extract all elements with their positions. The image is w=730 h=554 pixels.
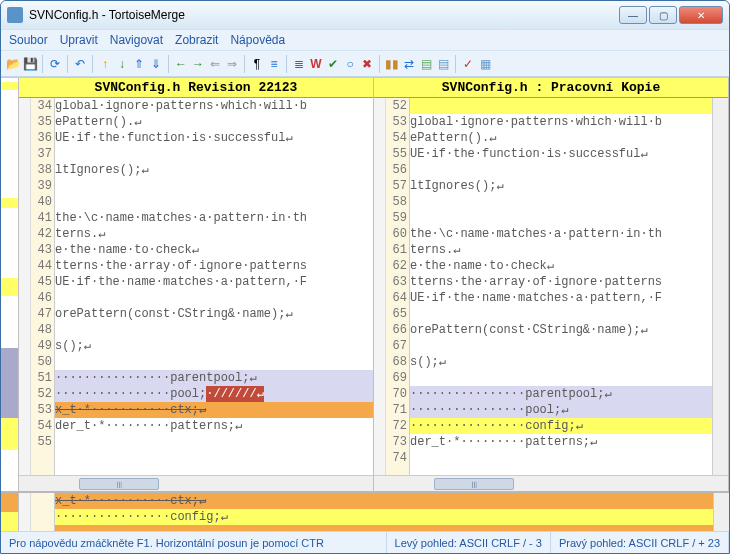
- minimize-button[interactable]: —: [619, 6, 647, 24]
- code-line[interactable]: the·\c·name·matches·a·pattern·in·th: [55, 210, 373, 226]
- code-line[interactable]: x_t·*···········ctx;↵: [55, 402, 373, 418]
- switch-icon[interactable]: ⇄: [401, 56, 417, 72]
- menu-napoveda[interactable]: Nápověda: [230, 33, 285, 47]
- menu-upravit[interactable]: Upravit: [60, 33, 98, 47]
- use-mine-icon[interactable]: ○: [342, 56, 358, 72]
- left-gutter: 3435363738394041424344454647484950515253…: [31, 98, 55, 475]
- window-title: SVNConfig.h - TortoiseMerge: [29, 8, 619, 22]
- content-area: SVNConfig.h Revision 22123 3435363738394…: [1, 77, 729, 491]
- code-line[interactable]: [55, 194, 373, 210]
- menu-soubor[interactable]: Soubor: [9, 33, 48, 47]
- code-line[interactable]: UE·if·the·function·is·successful↵: [410, 146, 712, 162]
- menu-zobrazit[interactable]: Zobrazit: [175, 33, 218, 47]
- left-hscrollbar[interactable]: ⫼: [19, 475, 373, 491]
- two-pane-icon[interactable]: ▮▮: [384, 56, 400, 72]
- code-line[interactable]: [410, 98, 712, 114]
- undo-icon[interactable]: ↶: [72, 56, 88, 72]
- wrap-icon[interactable]: ≣: [291, 56, 307, 72]
- right-hscrollbar[interactable]: ⫼: [374, 475, 728, 491]
- merge-line[interactable]: ················config;↵: [55, 509, 713, 525]
- code-line[interactable]: [410, 210, 712, 226]
- code-line[interactable]: [55, 146, 373, 162]
- bottom-gutter: [31, 493, 55, 531]
- code-line[interactable]: [410, 338, 712, 354]
- left-code[interactable]: global·ignore·patterns·which·will·bePatt…: [55, 98, 373, 475]
- code-line[interactable]: tterns·the·array·of·ignore·patterns: [410, 274, 712, 290]
- code-line[interactable]: [55, 434, 373, 450]
- code-line[interactable]: e·the·name·to·check↵: [55, 242, 373, 258]
- code-line[interactable]: UE·if·the·function·is·successful↵: [55, 130, 373, 146]
- prev-file-icon[interactable]: ⇐: [207, 56, 223, 72]
- code-line[interactable]: [55, 290, 373, 306]
- menu-navigovat[interactable]: Navigovat: [110, 33, 163, 47]
- merge-output-panel: x_t·*···········ctx;↵················con…: [1, 491, 729, 531]
- settings-icon[interactable]: ▦: [477, 56, 493, 72]
- code-line[interactable]: s();↵: [55, 338, 373, 354]
- code-line[interactable]: ················parentpool;↵: [410, 386, 712, 402]
- code-line[interactable]: [55, 354, 373, 370]
- close-button[interactable]: ✕: [679, 6, 723, 24]
- bottom-locator[interactable]: [1, 493, 19, 531]
- code-line[interactable]: ePattern().↵: [55, 114, 373, 130]
- right-pane-header: SVNConfig.h : Pracovní Kopie: [374, 78, 728, 98]
- view1-icon[interactable]: ▤: [418, 56, 434, 72]
- right-vscrollbar[interactable]: [712, 98, 728, 475]
- code-line[interactable]: orePattern(const·CString&·name);↵: [55, 306, 373, 322]
- save-icon[interactable]: 💾: [22, 56, 38, 72]
- left-margin: [19, 98, 31, 475]
- open-icon[interactable]: 📂: [5, 56, 21, 72]
- reload-icon[interactable]: ⟳: [47, 56, 63, 72]
- code-line[interactable]: the·\c·name·matches·a·pattern·in·th: [410, 226, 712, 242]
- code-line[interactable]: UE·if·the·name·matches·a·pattern,·F: [410, 290, 712, 306]
- right-pane: SVNConfig.h : Pracovní Kopie 52535455565…: [374, 78, 729, 491]
- code-line[interactable]: der_t·*·········patterns;↵: [55, 418, 373, 434]
- right-code[interactable]: global·ignore·patterns·which·will·bePatt…: [410, 98, 712, 475]
- prev-diff-icon[interactable]: ↑: [97, 56, 113, 72]
- code-line[interactable]: ················pool;·//////↵: [55, 386, 373, 402]
- whitespace-icon[interactable]: W: [308, 56, 324, 72]
- inline-diff-icon[interactable]: ≡: [266, 56, 282, 72]
- code-line[interactable]: [55, 322, 373, 338]
- code-line[interactable]: global·ignore·patterns·which·will·b: [410, 114, 712, 130]
- check-icon[interactable]: ✓: [460, 56, 476, 72]
- mark-resolved-icon[interactable]: ✖: [359, 56, 375, 72]
- code-line[interactable]: der_t·*·········patterns;↵: [410, 434, 712, 450]
- next-file-icon[interactable]: ⇒: [224, 56, 240, 72]
- merge-line[interactable]: x_t·*···········ctx;↵: [55, 493, 713, 509]
- pilcrow-icon[interactable]: ¶: [249, 56, 265, 72]
- code-line[interactable]: orePattern(const·CString&·name);↵: [410, 322, 712, 338]
- toolbar: 📂 💾 ⟳ ↶ ↑ ↓ ⇑ ⇓ ← → ⇐ ⇒ ¶ ≡ ≣ W ✔ ○ ✖ ▮▮…: [1, 51, 729, 77]
- use-theirs-icon[interactable]: ✔: [325, 56, 341, 72]
- next-diff-icon[interactable]: ↓: [114, 56, 130, 72]
- bottom-code[interactable]: x_t·*···········ctx;↵················con…: [55, 493, 713, 531]
- code-line[interactable]: [410, 306, 712, 322]
- prev-inline-icon[interactable]: ←: [173, 56, 189, 72]
- code-line[interactable]: [55, 178, 373, 194]
- code-line[interactable]: ePattern().↵: [410, 130, 712, 146]
- code-line[interactable]: terns.↵: [410, 242, 712, 258]
- titlebar[interactable]: SVNConfig.h - TortoiseMerge — ▢ ✕: [1, 1, 729, 29]
- next-inline-icon[interactable]: →: [190, 56, 206, 72]
- code-line[interactable]: ················parentpool;↵: [55, 370, 373, 386]
- bottom-vscrollbar[interactable]: [713, 493, 729, 531]
- prev-conflict-icon[interactable]: ⇑: [131, 56, 147, 72]
- view2-icon[interactable]: ▤: [435, 56, 451, 72]
- next-conflict-icon[interactable]: ⇓: [148, 56, 164, 72]
- code-line[interactable]: [410, 450, 712, 466]
- code-line[interactable]: e·the·name·to·check↵: [410, 258, 712, 274]
- code-line[interactable]: ················config;↵: [410, 418, 712, 434]
- code-line[interactable]: ltIgnores();↵: [55, 162, 373, 178]
- code-line[interactable]: tterns·the·array·of·ignore·patterns: [55, 258, 373, 274]
- menubar: Soubor Upravit Navigovat Zobrazit Nápově…: [1, 29, 729, 51]
- code-line[interactable]: [410, 370, 712, 386]
- code-line[interactable]: UE·if·the·name·matches·a·pattern,·F: [55, 274, 373, 290]
- code-line[interactable]: global·ignore·patterns·which·will·b: [55, 98, 373, 114]
- code-line[interactable]: [410, 194, 712, 210]
- maximize-button[interactable]: ▢: [649, 6, 677, 24]
- code-line[interactable]: ltIgnores();↵: [410, 178, 712, 194]
- locator-bar[interactable]: [1, 78, 19, 491]
- code-line[interactable]: [410, 162, 712, 178]
- code-line[interactable]: terns.↵: [55, 226, 373, 242]
- code-line[interactable]: s();↵: [410, 354, 712, 370]
- code-line[interactable]: ················pool;↵: [410, 402, 712, 418]
